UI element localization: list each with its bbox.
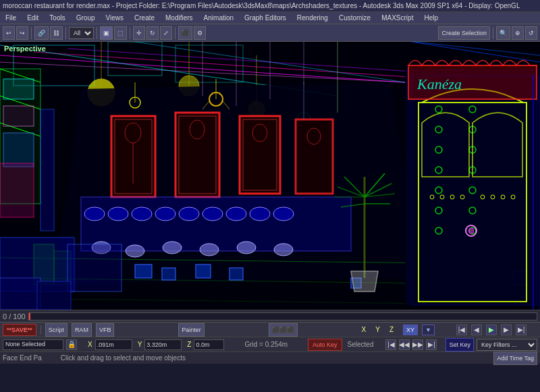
menu-file[interactable]: File xyxy=(3,13,19,22)
main-toolbar: ↩ ↪ 🔗 ⛓ All ▣ ⬚ ✛ ↻ ⤢ ⬛ ⚙ Create Selecti… xyxy=(0,24,540,42)
menu-views[interactable]: Views xyxy=(103,13,127,22)
render-button[interactable]: ⬛ xyxy=(178,26,192,40)
main-area: Kanéza xyxy=(0,42,540,310)
selection-lock-button[interactable]: 🔒 xyxy=(66,339,77,350)
go-end-button[interactable]: ▶| xyxy=(516,325,526,335)
menu-maxscript[interactable]: MAXScript xyxy=(379,13,416,22)
svg-rect-68 xyxy=(37,281,71,310)
zoom-all-button[interactable]: ⊕ xyxy=(512,26,524,40)
svg-rect-112 xyxy=(196,264,211,278)
svg-point-57 xyxy=(200,244,219,256)
y-label-2: Y xyxy=(138,341,142,348)
menu-tools[interactable]: Tools xyxy=(47,13,68,22)
toolbar-sep-3 xyxy=(97,27,97,39)
move-button[interactable]: ✛ xyxy=(133,26,145,40)
grid-label: Grid = 0.254m xyxy=(244,341,288,348)
3d-icons-button[interactable]: ⬛⬛⬛ xyxy=(269,323,298,337)
svg-point-48 xyxy=(155,207,176,221)
x-coord-input[interactable] xyxy=(95,339,132,350)
svg-point-46 xyxy=(108,207,128,221)
timeline-bar: 0 / 100 xyxy=(0,310,540,322)
next-frame-button[interactable]: ▶ xyxy=(501,325,512,335)
svg-point-51 xyxy=(226,207,246,221)
scale-button[interactable]: ⤢ xyxy=(160,26,172,40)
svg-rect-44 xyxy=(81,197,351,251)
timeline-track[interactable] xyxy=(28,312,537,320)
y-coord-input[interactable] xyxy=(144,339,182,350)
svg-rect-67 xyxy=(0,278,40,310)
timeline-cursor xyxy=(29,313,30,320)
menu-animation[interactable]: Animation xyxy=(201,13,236,22)
status-bar-3: Face End Pa Click and drag to select and… xyxy=(0,352,540,364)
status-bar-2: None Selected 🔒 X Y Z Grid = 0.254m Auto… xyxy=(0,337,540,352)
svg-point-56 xyxy=(163,242,182,254)
create-selection-button[interactable]: Create Selection xyxy=(438,26,490,40)
menu-customize[interactable]: Customize xyxy=(336,13,373,22)
svg-rect-24 xyxy=(3,133,34,167)
select-button[interactable]: ▣ xyxy=(100,26,113,40)
ram-button[interactable]: RAM xyxy=(72,323,92,337)
play-button[interactable]: ▶ xyxy=(486,325,497,335)
x-axis-label: X xyxy=(362,326,367,333)
svg-point-50 xyxy=(202,207,223,221)
toolbar-sep-5 xyxy=(175,27,176,39)
svg-rect-124 xyxy=(40,109,54,231)
set-key-button[interactable]: Set Key xyxy=(446,338,474,352)
orbit-button[interactable]: ↺ xyxy=(525,26,537,40)
z-coord-input[interactable] xyxy=(194,339,224,350)
svg-point-55 xyxy=(126,245,144,257)
viewport-label: Perspective xyxy=(4,45,46,53)
painter-button[interactable]: Painter xyxy=(178,323,205,337)
axis-dropdown[interactable]: ▼ xyxy=(422,325,435,335)
viewport-perspective[interactable]: Kanéza xyxy=(0,42,540,310)
prev-frame-button[interactable]: ◀ xyxy=(471,325,482,335)
menu-graph-editors[interactable]: Graph Editors xyxy=(242,13,289,22)
menu-bar: File Edit Tools Group Views Create Modif… xyxy=(0,12,540,24)
unlink-button[interactable]: ⛓ xyxy=(50,26,63,40)
key-filters-select[interactable]: Key Filters ... xyxy=(477,339,537,351)
svg-point-52 xyxy=(250,207,270,221)
script-button[interactable]: Script xyxy=(45,323,68,337)
svg-text:Kanéza: Kanéza xyxy=(416,76,462,92)
vfb-button[interactable]: VFB xyxy=(96,323,115,337)
nav-btn-3[interactable]: ▶▶ xyxy=(412,339,423,350)
z-axis-label: Z xyxy=(389,326,394,333)
go-start-button[interactable]: |◀ xyxy=(456,325,467,335)
menu-create[interactable]: Create xyxy=(132,13,157,22)
nav-btn-2[interactable]: ◀◀ xyxy=(399,339,410,350)
menu-help[interactable]: Help xyxy=(421,13,441,22)
auto-key-button[interactable]: Auto Key xyxy=(308,339,342,351)
menu-rendering[interactable]: Rendering xyxy=(294,13,331,22)
hint-text: Click and drag to select and move object… xyxy=(61,354,186,362)
y-axis-label: Y xyxy=(375,326,380,333)
select-region-button[interactable]: ⬚ xyxy=(114,26,127,40)
title-text: moroccan restaurant for render.max - Pro… xyxy=(3,2,520,9)
svg-marker-109 xyxy=(351,271,378,291)
svg-point-59 xyxy=(274,244,293,256)
svg-rect-113 xyxy=(230,268,243,280)
xy-axis-button[interactable]: XY xyxy=(403,325,418,335)
title-bar: moroccan restaurant for render.max - Pro… xyxy=(0,0,540,12)
rotate-button[interactable]: ↻ xyxy=(146,26,159,40)
menu-group[interactable]: Group xyxy=(74,13,98,22)
svg-rect-33 xyxy=(240,116,280,194)
x-label-2: X xyxy=(88,341,92,348)
redo-button[interactable]: ↪ xyxy=(16,26,28,40)
render-settings-button[interactable]: ⚙ xyxy=(194,26,206,40)
menu-modifiers[interactable]: Modifiers xyxy=(163,13,196,22)
menu-edit[interactable]: Edit xyxy=(24,13,41,22)
toolbar-sep-6 xyxy=(493,27,493,39)
save-button[interactable]: **SAVE** xyxy=(3,324,36,336)
select-link-button[interactable]: 🔗 xyxy=(34,26,49,40)
toolbar-sep-1 xyxy=(31,27,32,39)
svg-point-45 xyxy=(84,207,105,221)
undo-button[interactable]: ↩ xyxy=(3,26,15,40)
add-time-tag-button[interactable]: Add Time Tag xyxy=(493,352,537,365)
zoom-button[interactable]: 🔍 xyxy=(496,26,510,40)
nav-btn-4[interactable]: ▶| xyxy=(426,339,437,350)
svg-rect-22 xyxy=(3,79,34,99)
scene-svg: Kanéza xyxy=(0,42,540,310)
selection-filter[interactable]: All xyxy=(69,27,94,39)
nav-btn-1[interactable]: |◀ xyxy=(385,339,396,350)
svg-point-47 xyxy=(132,207,152,221)
